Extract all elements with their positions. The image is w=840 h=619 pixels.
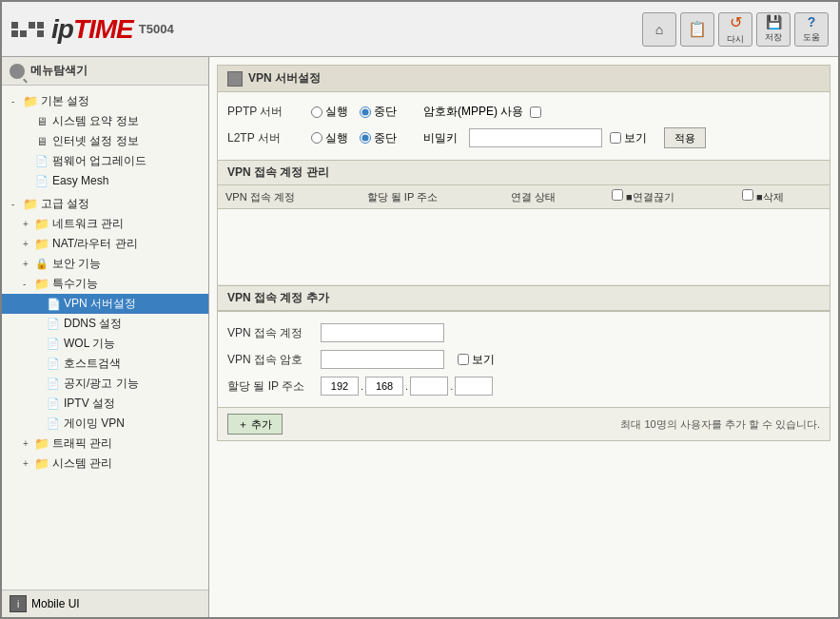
sidebar-item-ad[interactable]: 📄 공지/광고 기능 (2, 374, 208, 394)
ip-part-4[interactable] (455, 377, 493, 396)
add-account-row: VPN 접속 계정 (227, 319, 820, 346)
sidebar-item-sysinfo[interactable]: 🖥 시스템 요약 정보 (2, 111, 208, 131)
sidebar-item-label: 기본 설정 (41, 93, 89, 109)
sidebar-item-special[interactable]: - 📁 특수기능 (2, 274, 208, 294)
content-area: VPN 서버설정 PPTP 서버 실행 (209, 57, 838, 617)
pptp-run-radio[interactable]: 실행 (311, 104, 348, 120)
l2tp-run-radio[interactable]: 실행 (311, 130, 348, 146)
l2tp-stop-radio[interactable]: 중단 (360, 130, 397, 146)
folder-icon: 📁 (34, 217, 49, 232)
add-button[interactable]: ＋ 추가 (227, 414, 283, 435)
sidebar-item-network[interactable]: + 📁 네트워크 관리 (2, 214, 208, 234)
doc-icon: 📄 (46, 416, 61, 432)
add-password-input[interactable] (321, 350, 444, 369)
toggle-sysmgmt: + (23, 458, 34, 469)
delete-all-checkbox[interactable] (742, 189, 753, 201)
sidebar-item-label: 공지/광고 기능 (64, 376, 139, 392)
lock-icon: 🔒 (34, 257, 49, 272)
sidebar-item-advanced[interactable]: - 📁 고급 설정 (2, 194, 208, 214)
sidebar-item-label: 호스트검색 (64, 356, 121, 372)
add-view-label[interactable]: 보기 (458, 352, 495, 368)
sidebar-item-security[interactable]: + 🔒 보안 기능 (2, 254, 208, 274)
add-ip-row: 할당 될 IP 주소 . . . (227, 373, 820, 399)
l2tp-view-checkbox[interactable] (610, 132, 621, 144)
l2tp-secret-input[interactable] (469, 128, 602, 147)
l2tp-view-label[interactable]: 보기 (610, 130, 647, 146)
save-icon: 💾 (766, 14, 782, 29)
folder-icon: 📁 (34, 456, 49, 472)
add-password-label: VPN 접속 암호 (227, 352, 313, 368)
sidebar-item-nat[interactable]: + 📁 NAT/라우터 관리 (2, 234, 208, 254)
add-password-row: VPN 접속 암호 보기 (227, 346, 820, 373)
sidebar-footer: i Mobile UI (2, 590, 208, 617)
sidebar-item-firmware[interactable]: 📄 펌웨어 업그레이드 (2, 151, 208, 171)
sidebar-item-label: VPN 서버설정 (64, 296, 136, 312)
pptp-stop-input[interactable] (360, 106, 371, 118)
sidebar-item-label: 보안 기능 (52, 256, 101, 272)
ip-part-2[interactable] (365, 377, 403, 396)
pptp-row: PPTP 서버 실행 중단 암호화(MPP (227, 100, 820, 124)
l2tp-apply-button[interactable]: 적용 (664, 127, 706, 148)
ip-part-3[interactable] (410, 377, 448, 396)
table-col-disconnect: ■연결끊기 (604, 185, 734, 209)
refresh-button[interactable]: ↺ 다시 (718, 12, 752, 47)
vpn-header-icon (227, 71, 243, 87)
sidebar-item-label: NAT/라우터 관리 (52, 236, 138, 252)
vpn-section-header: VPN 서버설정 (218, 66, 830, 92)
page-button[interactable]: 📋 (680, 12, 714, 47)
sidebar-item-iptv[interactable]: 📄 IPTV 설정 (2, 394, 208, 414)
sidebar-item-label: 게이밍 VPN (64, 416, 125, 432)
l2tp-label: L2TP 서버 (227, 130, 303, 146)
doc-icon: 📄 (46, 357, 61, 372)
folder-icon: 📁 (34, 436, 49, 452)
pptp-radio-group: 실행 중단 (311, 104, 397, 120)
doc-icon: 📄 (46, 337, 61, 352)
sidebar-item-label: DDNS 설정 (64, 316, 122, 332)
server-settings-body: PPTP 서버 실행 중단 암호화(MPP (218, 92, 830, 160)
ip-part-1[interactable] (321, 377, 359, 396)
add-view-checkbox[interactable] (458, 354, 469, 365)
footer-row: ＋ 추가 최대 10명의 사용자를 추가 할 수 있습니다. (218, 407, 830, 440)
sidebar: 메뉴탐색기 - 📁 기본 설정 🖥 시스템 요약 정보 (2, 57, 209, 617)
l2tp-run-input[interactable] (311, 132, 322, 144)
sidebar-item-sysmgmt[interactable]: + 📁 시스템 관리 (2, 454, 208, 474)
sidebar-search-label: 메뉴탐색기 (30, 63, 88, 79)
sidebar-item-basic[interactable]: - 📁 기본 설정 (2, 91, 208, 111)
vpn-mgmt-header: VPN 접속 계정 관리 (218, 160, 830, 185)
sidebar-item-vpn[interactable]: 📄 VPN 서버설정 (2, 294, 208, 314)
sidebar-item-easymesh[interactable]: 📄 Easy Mesh (2, 171, 208, 190)
add-account-input[interactable] (321, 323, 444, 342)
delete-checkbox-header[interactable]: ■삭제 (742, 191, 784, 203)
vpn-section: VPN 서버설정 PPTP 서버 실행 (217, 65, 830, 441)
ip-dot-3: . (450, 380, 453, 392)
logo-text: ipTIME (51, 14, 133, 45)
pptp-enc-checkbox[interactable] (530, 106, 541, 118)
sidebar-item-hostscan[interactable]: 📄 호스트검색 (2, 354, 208, 374)
folder-icon: 📁 (23, 94, 38, 109)
l2tp-stop-input[interactable] (360, 132, 371, 144)
toggle-traffic: + (23, 438, 34, 449)
sidebar-item-wol[interactable]: 📄 WOL 기능 (2, 334, 208, 354)
toggle-advanced: - (11, 199, 23, 209)
home-icon (655, 22, 663, 37)
disconnect-all-checkbox[interactable] (612, 189, 623, 201)
home-button[interactable] (642, 12, 676, 47)
pptp-enc-text: 암호화(MPPE) 사용 (423, 104, 523, 120)
table-col-ip: 할당 될 IP 주소 (360, 185, 503, 209)
help-button[interactable]: ? 도움 (794, 12, 829, 47)
table-col-status: 연결 상태 (503, 185, 604, 209)
save-button[interactable]: 💾 저장 (756, 12, 791, 47)
sidebar-item-traffic[interactable]: + 📁 트래픽 관리 (2, 434, 208, 454)
vpn-table: VPN 접속 계정 할당 될 IP 주소 연결 상태 ■연결끊기 (218, 185, 830, 285)
sidebar-item-internet[interactable]: 🖥 인터넷 설정 정보 (2, 131, 208, 151)
pptp-enc-label[interactable]: 암호화(MPPE) 사용 (423, 104, 541, 120)
sidebar-item-gaming[interactable]: 📄 게이밍 VPN (2, 414, 208, 434)
l2tp-secret-label: 비밀키 (423, 130, 458, 146)
monitor-icon: 🖥 (34, 134, 49, 149)
sidebar-item-label: 시스템 요약 정보 (52, 113, 139, 129)
pptp-stop-radio[interactable]: 중단 (360, 104, 397, 120)
pptp-run-input[interactable] (311, 106, 322, 118)
disconnect-checkbox-header[interactable]: ■연결끊기 (612, 191, 674, 203)
sidebar-item-ddns[interactable]: 📄 DDNS 설정 (2, 314, 208, 334)
refresh-icon: ↺ (730, 13, 742, 31)
